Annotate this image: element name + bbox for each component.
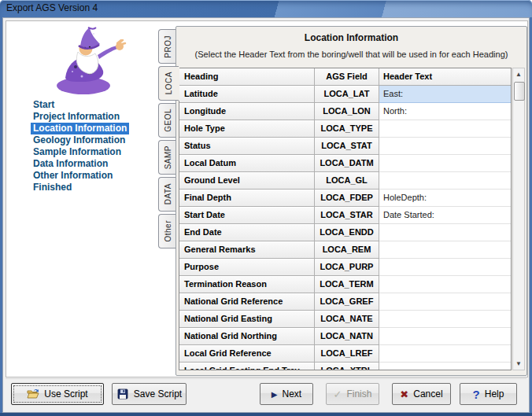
dialog-frame: Start Project Information Location Infor… — [2, 17, 530, 413]
cancel-x-icon: ✖ — [400, 388, 408, 400]
table-row: National Grid Easting LOCA_NATE — [179, 311, 511, 328]
header-text-cell[interactable]: East: — [379, 86, 511, 103]
vertical-scrollbar[interactable]: ▲ ▼ — [512, 68, 525, 370]
tab-label: LOCA — [164, 72, 173, 94]
tab[interactable]: DATA — [158, 177, 176, 212]
header-text-cell[interactable] — [379, 276, 511, 293]
tab-label: DATA — [164, 183, 172, 204]
ags-field-cell: LOCA_GREF — [315, 293, 379, 311]
wizard-step[interactable]: Geology Information — [31, 134, 127, 146]
ags-field-cell: LOCA_STAR — [315, 207, 379, 224]
ags-field-cell: LOCA_ENDD — [315, 224, 379, 241]
wizard-step[interactable]: Start — [31, 99, 57, 111]
tab-label: SAMP — [164, 145, 172, 169]
table-row: National Grid Reference LOCA_GREF — [179, 293, 511, 311]
table-row: Hole Type LOCA_TYPE — [179, 120, 511, 138]
tab[interactable]: GEOL — [158, 103, 176, 138]
table-row: Purpose LOCA_PURP — [179, 259, 511, 276]
wizard-step-label: Finished — [33, 182, 72, 193]
tab[interactable]: Other — [158, 214, 176, 248]
wizard-step[interactable]: Sample Information — [31, 146, 124, 158]
help-button[interactable]: ? Help — [460, 383, 517, 405]
wizard-illustration — [44, 26, 132, 97]
finish-button[interactable]: ✓ Finish — [326, 383, 379, 405]
header-text-cell[interactable]: HoleDepth: — [379, 190, 511, 207]
use-script-button[interactable]: Use Script — [11, 383, 104, 405]
ags-field-cell: LOCA_GL — [315, 172, 379, 190]
table-row: Ground Level LOCA_GL — [179, 172, 511, 190]
table-row: Start Date LOCA_STAR Date Started: — [179, 207, 511, 224]
scroll-thumb[interactable] — [514, 82, 525, 101]
table-row: Local Grid Easting End Trav LOCA_XTRL — [179, 363, 511, 370]
heading-cell: General Remarks — [179, 241, 315, 259]
tab-label: Other — [164, 220, 172, 242]
ags-field-cell: LOCA_TERM — [315, 276, 379, 293]
save-script-button[interactable]: Save Script — [112, 383, 187, 405]
heading-cell: National Grid Reference — [179, 293, 315, 311]
heading-cell: Termination Reason — [179, 276, 315, 293]
button-bar: Use Script Save Script ▶ Next ✓ Finish — [6, 378, 526, 410]
finish-label: Finish — [346, 388, 371, 399]
header-text-cell[interactable] — [379, 241, 511, 259]
header-text-cell[interactable] — [379, 172, 511, 190]
wizard-step[interactable]: Project Information — [31, 111, 122, 123]
table-row: Latitude LOCA_LAT East: — [179, 86, 511, 103]
header-text-cell[interactable]: North: — [379, 103, 511, 120]
ags-field-cell: LOCA_LON — [315, 103, 379, 120]
header-text-cell[interactable] — [379, 345, 511, 363]
tab[interactable]: SAMP — [158, 140, 176, 175]
table-row: Local Grid Reference LOCA_LREF — [179, 345, 511, 363]
table-row: Final Depth LOCA_FDEP HoleDepth: — [179, 190, 511, 207]
heading-cell: Start Date — [179, 207, 315, 224]
folder-open-icon — [27, 388, 39, 400]
heading-cell: Local Datum — [179, 155, 315, 172]
header-text-cell[interactable] — [379, 311, 511, 328]
window-bottom-border — [0, 413, 532, 416]
next-label: Next — [283, 388, 302, 399]
location-panel: Location Information (Select the Header … — [175, 26, 527, 376]
wizard-step[interactable]: Finished — [31, 182, 74, 193]
ags-field-cell: LOCA_REM — [315, 241, 379, 259]
wizard-step[interactable]: Location Information — [31, 123, 129, 134]
header-text-cell[interactable] — [379, 293, 511, 311]
dialog-window: Export AGS Version 4 — [0, 0, 532, 416]
table-row: National Grid Northing LOCA_NATN — [179, 328, 511, 345]
wizard-step[interactable]: Other Information — [31, 170, 115, 182]
use-script-label: Use Script — [44, 388, 87, 399]
tab-label: GEOL — [164, 109, 172, 132]
heading-cell: End Date — [179, 224, 315, 241]
column-header-header-text: Header Text — [379, 68, 511, 86]
header-text-cell[interactable] — [379, 259, 511, 276]
table-body: Latitude LOCA_LAT East: Longitude LOCA_L… — [179, 86, 511, 370]
save-script-label: Save Script — [134, 388, 182, 399]
header-text-cell[interactable] — [379, 155, 511, 172]
header-text-cell[interactable] — [379, 363, 511, 370]
scroll-up-icon[interactable]: ▲ — [513, 68, 524, 80]
heading-cell: National Grid Easting — [179, 311, 315, 328]
heading-cell: Status — [179, 138, 315, 155]
next-arrow-icon: ▶ — [272, 390, 278, 399]
header-text-cell[interactable] — [379, 224, 511, 241]
save-icon — [116, 388, 129, 400]
ags-field-cell: LOCA_XTRL — [315, 363, 379, 370]
wizard-step-label: Project Information — [33, 111, 120, 122]
ags-field-cell: LOCA_LREF — [315, 345, 379, 363]
header-text-cell[interactable] — [379, 328, 511, 345]
heading-cell: Local Grid Easting End Trav — [179, 363, 315, 370]
wizard-step-label: Data Information — [33, 158, 108, 169]
cancel-button[interactable]: ✖ Cancel — [392, 383, 451, 405]
header-text-cell[interactable] — [379, 138, 511, 155]
wizard-step-label: Sample Information — [33, 146, 121, 157]
ags-field-cell: LOCA_DATM — [315, 155, 379, 172]
scroll-down-icon[interactable]: ▼ — [513, 358, 524, 370]
next-button[interactable]: ▶ Next — [260, 383, 313, 405]
ags-field-cell: LOCA_STAT — [315, 138, 379, 155]
mapping-table: Heading AGS Field Header Text Latitude L… — [179, 68, 512, 370]
table-header-row: Heading AGS Field Header Text — [179, 68, 511, 86]
header-text-cell[interactable] — [379, 120, 511, 138]
wizard-step[interactable]: Data Information — [31, 158, 110, 170]
title-bar[interactable]: Export AGS Version 4 — [0, 0, 532, 17]
header-text-cell[interactable]: Date Started: — [379, 207, 511, 224]
tab[interactable]: LOCA — [158, 66, 179, 101]
tab[interactable]: PROJ — [158, 29, 176, 64]
